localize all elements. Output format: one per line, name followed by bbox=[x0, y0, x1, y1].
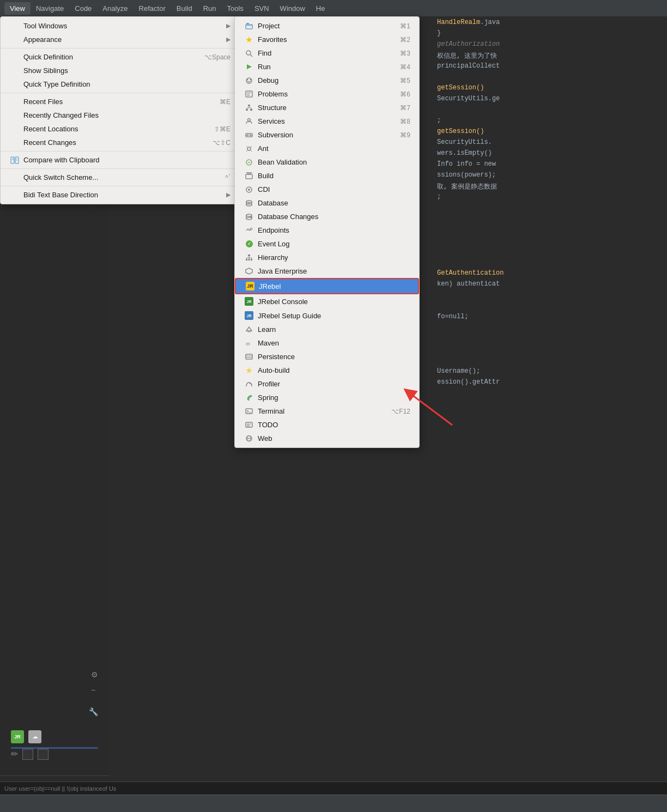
menu-item-services[interactable]: Services ⌘8 bbox=[235, 114, 419, 128]
menu-item-recent-files[interactable]: Recent Files ⌘E bbox=[1, 95, 239, 108]
menu-item-maven[interactable]: m Maven bbox=[235, 336, 419, 350]
learn-icon bbox=[244, 326, 254, 333]
svg-point-49 bbox=[246, 217, 252, 220]
menu-item-bean-validation[interactable]: Bean Validation bbox=[235, 155, 419, 169]
menu-item-jrebel[interactable]: JR JRebel bbox=[235, 278, 419, 294]
menu-item-quick-definition[interactable]: Quick Definition ⌥Space bbox=[1, 50, 239, 64]
menu-item-find[interactable]: Find ⌘3 bbox=[235, 46, 419, 60]
bean-validation-icon bbox=[244, 159, 254, 166]
compare-clipboard-icon bbox=[9, 156, 20, 164]
jrebel-logo-icon: JR bbox=[246, 282, 254, 290]
menu-item-jrebel-setup[interactable]: JR JRebel Setup Guide bbox=[235, 308, 419, 323]
svg-point-46 bbox=[246, 214, 252, 216]
profiler-icon bbox=[244, 380, 254, 387]
hierarchy-icon bbox=[244, 254, 254, 261]
menu-item-problems[interactable]: Problems ⌘6 bbox=[235, 87, 419, 101]
svg-line-35 bbox=[251, 150, 252, 152]
jrebel-icon: JR bbox=[245, 282, 256, 290]
svg-point-14 bbox=[250, 79, 252, 81]
menu-item-endpoints[interactable]: Endpoints bbox=[235, 223, 419, 237]
debug-icon bbox=[244, 77, 254, 84]
jrebel-setup-logo: JR bbox=[245, 311, 253, 320]
maven-icon: m bbox=[244, 340, 254, 347]
svg-rect-19 bbox=[248, 105, 250, 106]
menu-item-recent-changes[interactable]: Recent Changes ⌥⇧C bbox=[1, 136, 239, 149]
menu-item-appearance[interactable]: Appearance ▶ bbox=[1, 33, 239, 46]
event-log-circle: ✓ bbox=[246, 240, 253, 247]
svg-marker-8 bbox=[246, 37, 252, 43]
menu-item-web[interactable]: Web bbox=[235, 432, 419, 445]
svg-marker-64 bbox=[246, 367, 252, 373]
sep2 bbox=[1, 93, 239, 93]
svg-point-30 bbox=[250, 135, 252, 136]
svg-point-29 bbox=[247, 135, 248, 136]
menu-item-jrebel-console[interactable]: JR JRebel Console bbox=[235, 294, 419, 308]
menu-item-tool-windows[interactable]: Tool Windows ▶ bbox=[1, 19, 239, 33]
sep4 bbox=[1, 168, 239, 169]
project-icon bbox=[244, 22, 254, 29]
problems-icon bbox=[244, 90, 254, 98]
tool-windows-submenu: Project ⌘1 Favorites ⌘2 Find ⌘3 Run ⌘4 bbox=[234, 16, 420, 448]
persistence-icon bbox=[244, 353, 254, 360]
menu-item-quick-type[interactable]: Quick Type Definition bbox=[1, 77, 239, 91]
menu-item-subversion[interactable]: Subversion ⌘9 bbox=[235, 128, 419, 142]
menu-item-learn[interactable]: Learn bbox=[235, 323, 419, 336]
java-enterprise-icon bbox=[244, 268, 254, 275]
svg-line-32 bbox=[246, 146, 247, 147]
menu-item-hierarchy[interactable]: Hierarchy bbox=[235, 251, 419, 264]
svg-rect-20 bbox=[246, 109, 248, 111]
menu-item-auto-build[interactable]: Auto-build bbox=[235, 363, 419, 377]
svg-marker-11 bbox=[247, 64, 252, 69]
jrebel-console-icon: JR bbox=[244, 297, 254, 306]
svg-rect-54 bbox=[251, 259, 252, 260]
svg-rect-52 bbox=[246, 259, 247, 260]
menu-item-recent-locations[interactable]: Recent Locations ⇧⌘E bbox=[1, 122, 239, 136]
menu-item-favorites[interactable]: Favorites ⌘2 bbox=[235, 33, 419, 46]
svg-point-9 bbox=[246, 51, 251, 55]
menu-item-compare-clipboard[interactable]: Compare with Clipboard bbox=[1, 153, 239, 167]
menu-item-recently-changed[interactable]: Recently Changed Files bbox=[1, 108, 239, 122]
menu-item-event-log[interactable]: ✓ Event Log bbox=[235, 237, 419, 251]
svg-point-26 bbox=[248, 119, 251, 122]
menu-item-database-changes[interactable]: Database Changes bbox=[235, 210, 419, 223]
run-icon bbox=[244, 63, 254, 70]
menu-item-database[interactable]: Database bbox=[235, 196, 419, 210]
menu-item-structure[interactable]: Structure ⌘7 bbox=[235, 101, 419, 114]
terminal-icon bbox=[244, 408, 254, 415]
svg-point-13 bbox=[247, 79, 248, 81]
structure-icon bbox=[244, 104, 254, 111]
menu-item-debug[interactable]: Debug ⌘5 bbox=[235, 74, 419, 87]
menu-item-project[interactable]: Project ⌘1 bbox=[235, 19, 419, 33]
menu-item-profiler[interactable]: Profiler bbox=[235, 377, 419, 391]
menu-item-todo[interactable]: TODO bbox=[235, 418, 419, 432]
database-icon bbox=[244, 199, 254, 207]
menu-item-run[interactable]: Run ⌘4 bbox=[235, 60, 419, 74]
svg-rect-37 bbox=[246, 174, 252, 179]
menu-item-bidi-text[interactable]: Bidi Text Base Direction ▶ bbox=[1, 188, 239, 202]
menu-item-quick-switch[interactable]: Quick Switch Scheme... ^` bbox=[1, 171, 239, 184]
menu-item-persistence[interactable]: Persistence bbox=[235, 350, 419, 363]
svg-text:m: m bbox=[246, 340, 250, 347]
menu-item-java-enterprise[interactable]: Java Enterprise bbox=[235, 264, 419, 278]
svg-line-10 bbox=[250, 54, 252, 57]
menu-item-show-siblings[interactable]: Show Siblings bbox=[1, 64, 239, 77]
menu-item-cdi[interactable]: CDI bbox=[235, 183, 419, 196]
svg-line-34 bbox=[246, 150, 247, 152]
menu-overlay: Tool Windows ▶ Appearance ▶ Quick Defini… bbox=[0, 0, 667, 812]
menu-item-spring[interactable]: Spring bbox=[235, 391, 419, 404]
sep3 bbox=[1, 151, 239, 152]
svg-point-31 bbox=[247, 147, 251, 150]
todo-icon bbox=[244, 421, 254, 428]
database-changes-icon bbox=[244, 213, 254, 220]
svg-line-33 bbox=[251, 146, 252, 147]
event-log-icon: ✓ bbox=[244, 240, 254, 247]
svg-rect-7 bbox=[246, 23, 249, 25]
svg-rect-66 bbox=[246, 409, 252, 414]
menu-item-build[interactable]: Build bbox=[235, 169, 419, 183]
menu-item-ant[interactable]: Ant bbox=[235, 142, 419, 155]
svg-point-12 bbox=[246, 78, 252, 83]
jrebel-setup-icon: JR bbox=[244, 311, 254, 320]
spring-icon bbox=[244, 394, 254, 401]
endpoints-icon bbox=[244, 227, 254, 234]
menu-item-terminal[interactable]: Terminal ⌥F12 bbox=[235, 404, 419, 418]
